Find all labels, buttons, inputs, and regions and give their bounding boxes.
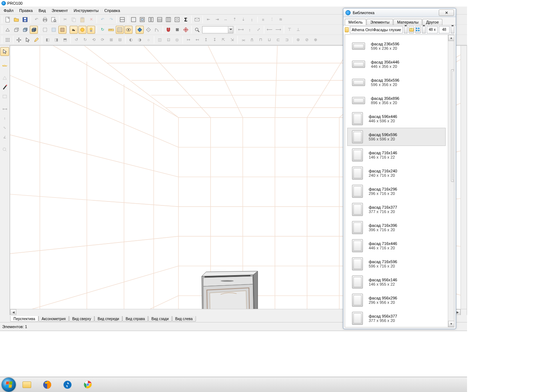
thumb-height-input[interactable] xyxy=(439,26,450,33)
r3-2-icon[interactable]: ◨ xyxy=(52,36,60,44)
cut-icon[interactable]: ✂ xyxy=(61,16,69,24)
r3-9-icon[interactable]: ⊟ xyxy=(116,36,124,44)
select-tool-icon[interactable] xyxy=(24,36,32,44)
lights-icon[interactable] xyxy=(87,26,95,34)
move-tool-icon[interactable] xyxy=(15,36,23,44)
lib-tab-elements[interactable]: Элементы xyxy=(367,19,393,25)
dist-1-icon[interactable]: ≡ xyxy=(259,16,267,24)
library-item[interactable]: фасад 956x377377 x 956 x 20 xyxy=(347,309,446,327)
snap-angle-icon[interactable] xyxy=(153,26,161,34)
r3-m6-icon[interactable]: ⊐ xyxy=(283,36,291,44)
tool-f-icon[interactable] xyxy=(173,16,181,24)
dim-tool-2-icon[interactable]: ↕ xyxy=(0,114,9,123)
library-close-button[interactable]: ✕ xyxy=(439,9,454,16)
menu-tools[interactable]: Инструменты xyxy=(71,7,102,14)
colors-icon[interactable] xyxy=(78,26,86,34)
dim-tool-4-icon[interactable]: ∠ xyxy=(0,133,9,142)
thumb-width-input[interactable] xyxy=(427,26,438,33)
pen-tool-icon[interactable] xyxy=(0,83,9,91)
dim-a-icon[interactable]: ⤢ xyxy=(254,26,262,34)
sum-icon[interactable]: Σ xyxy=(182,16,190,24)
library-item[interactable]: фасад 716x596596 x 716 x 20 xyxy=(347,255,446,273)
layers-icon[interactable] xyxy=(118,16,126,24)
library-item[interactable]: фасад 356x446446 x 356 x 20 xyxy=(347,55,446,73)
dim-1-icon[interactable]: ⟵ xyxy=(266,26,274,34)
redo-arrow-icon[interactable]: ↷ xyxy=(107,16,115,24)
edit-tool-icon[interactable] xyxy=(32,36,40,44)
view-tab-back[interactable]: Вид сзади xyxy=(148,316,172,322)
align-4-icon[interactable]: ⇡ xyxy=(230,16,238,24)
dim-2-icon[interactable]: ⟶ xyxy=(274,26,282,34)
pointer-tool-icon[interactable] xyxy=(0,47,9,56)
view-tab-perspective[interactable]: Перспектива xyxy=(10,316,38,322)
light-tool-icon[interactable] xyxy=(0,61,9,70)
thumb-size-dropdown-icon[interactable] xyxy=(451,26,454,33)
library-item[interactable]: фасад 716x240240 x 716 x 20 xyxy=(347,164,446,182)
r3-h-icon[interactable]: ↤ xyxy=(193,36,201,44)
view-tab-front[interactable]: Вид спереди xyxy=(94,316,122,322)
snap-point-icon[interactable] xyxy=(144,26,152,34)
zoom-icon[interactable] xyxy=(193,26,201,34)
menu-help[interactable]: Справка xyxy=(102,7,123,14)
r3-b-icon[interactable]: ◑ xyxy=(136,36,144,44)
print-icon[interactable] xyxy=(41,16,49,24)
align-1-icon[interactable]: ⇤ xyxy=(204,16,212,24)
r3-j-icon[interactable]: ↧ xyxy=(210,36,218,44)
r3-c-icon[interactable]: ○ xyxy=(144,36,152,44)
r3-k-icon[interactable]: ⇱ xyxy=(219,36,227,44)
r3-m4-icon[interactable]: ⊔ xyxy=(265,36,273,44)
library-item[interactable]: фасад 956x296296 x 956 x 20 xyxy=(347,291,446,309)
up-folder-button[interactable]: ↑ xyxy=(409,26,414,33)
view-solid-icon[interactable] xyxy=(21,26,29,34)
r3-m1-icon[interactable]: ⫘ xyxy=(239,36,247,44)
dist-2-icon[interactable]: ⋮ xyxy=(268,16,276,24)
view-box-icon[interactable] xyxy=(12,26,20,34)
view-wire-icon[interactable] xyxy=(4,26,12,34)
r3-5-icon[interactable]: ↻ xyxy=(81,36,89,44)
r3-8-icon[interactable]: ⊞ xyxy=(107,36,115,44)
snap-toggle-icon[interactable]: ⊞ xyxy=(173,26,181,34)
dim-b1-icon[interactable]: ⊤ xyxy=(286,26,294,34)
path-dropdown-icon[interactable] xyxy=(404,26,408,33)
delete-icon[interactable]: ✕ xyxy=(87,16,95,24)
r3-a-icon[interactable]: ◐ xyxy=(127,36,135,44)
r3-m5-icon[interactable]: ⊏ xyxy=(274,36,282,44)
r3-m9-icon[interactable]: ⊕ xyxy=(311,36,319,44)
dim-tool-1-icon[interactable]: ⟷ xyxy=(0,105,9,113)
scroll-left-arrow-icon[interactable]: ◀ xyxy=(10,309,16,315)
mail-icon[interactable] xyxy=(193,16,201,24)
library-item[interactable]: фасад 716x446446 x 716 x 20 xyxy=(347,237,446,255)
target-icon[interactable] xyxy=(182,26,190,34)
menu-edit[interactable]: Правка xyxy=(16,7,36,14)
menu-element[interactable]: Элемент xyxy=(49,7,71,14)
textures-icon[interactable] xyxy=(58,26,66,34)
tool-b-icon[interactable] xyxy=(138,16,146,24)
r3-e-icon[interactable]: ⊡ xyxy=(164,36,172,44)
library-item[interactable]: фасад 716x396396 x 716 x 20 xyxy=(347,219,446,237)
library-item[interactable]: фасад 716x296296 x 716 x 20 xyxy=(347,182,446,200)
menu-file[interactable]: Файл xyxy=(1,7,16,14)
undo-icon[interactable]: ↶ xyxy=(32,16,40,24)
r3-m7-icon[interactable]: ⊛ xyxy=(294,36,302,44)
magnet-icon[interactable] xyxy=(164,26,172,34)
dim-tool-3-icon[interactable]: ⤡ xyxy=(0,123,9,132)
r3-m3-icon[interactable]: ⊓ xyxy=(257,36,265,44)
r3-7-icon[interactable]: ⟳ xyxy=(98,36,106,44)
refresh-icon[interactable]: ↻ xyxy=(98,26,106,34)
lib-scroll-down-icon[interactable]: ▼ xyxy=(448,321,454,327)
rect-tool-icon[interactable] xyxy=(0,92,9,101)
library-item[interactable]: фасад 956x146146 x 955 x 22 xyxy=(347,273,446,291)
r3-g-icon[interactable]: ↦ xyxy=(184,36,192,44)
cabinet-object[interactable] xyxy=(195,269,259,315)
r3-6-icon[interactable]: ⟲ xyxy=(90,36,98,44)
lib-tab-furniture[interactable]: Мебель xyxy=(345,19,366,25)
dim-v-icon[interactable]: ↕ xyxy=(246,26,254,34)
r3-4-icon[interactable]: ↺ xyxy=(72,36,80,44)
library-titlebar[interactable]: Библиотека ✕ xyxy=(343,8,456,17)
library-item[interactable]: фасад 356x896896 x 356 x 20 xyxy=(347,91,446,110)
save-icon[interactable] xyxy=(21,16,29,24)
lib-tab-other[interactable]: Другое xyxy=(422,19,442,25)
task-app[interactable] xyxy=(58,379,77,391)
undo-arrow-icon[interactable]: ↶ xyxy=(98,16,106,24)
lib-scroll-up-icon[interactable]: ▲ xyxy=(448,35,454,41)
